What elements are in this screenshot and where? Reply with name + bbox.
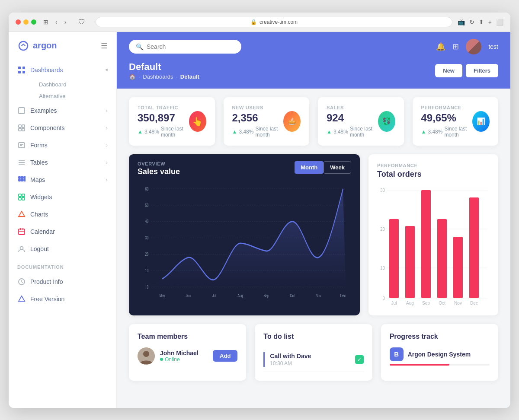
minimize-dot[interactable] (23, 19, 29, 25)
chart-toggle: Month Week (295, 161, 351, 174)
refresh-icon[interactable]: ↻ (469, 19, 474, 25)
browser-chrome: ⊞ ‹ › 🛡 🔒 creative-tim.com 📺 ↻ ⬆ + ⬜ (9, 13, 510, 32)
windows-icon[interactable]: ⬜ (496, 19, 503, 25)
sidebar-item-logout[interactable]: Logout (9, 240, 116, 258)
month-toggle-button[interactable]: Month (295, 161, 324, 174)
sidebar-logo-area: argon ☰ (9, 32, 116, 60)
stat-icon-traffic: 👆 (189, 111, 206, 132)
browser-actions: 📺 ↻ ⬆ + ⬜ (458, 19, 503, 25)
svg-text:Aug: Aug (406, 301, 414, 305)
svg-rect-10 (19, 143, 25, 148)
browser-navigation: ⊞ ‹ › (42, 18, 68, 26)
chevron-right-icon: › (106, 160, 108, 165)
svg-rect-20 (24, 177, 26, 178)
svg-rect-18 (19, 179, 20, 181)
svg-text:0: 0 (382, 296, 385, 301)
close-dot[interactable] (16, 19, 21, 25)
orders-chart-title: Total orders (377, 170, 490, 179)
svg-rect-25 (22, 197, 25, 200)
sidebar-item-maps[interactable]: Maps › (9, 171, 116, 188)
sidebar-item-logout-label: Logout (30, 245, 49, 252)
notification-icon[interactable]: 🔔 (436, 42, 445, 51)
sidebar-item-examples[interactable]: Examples › (9, 102, 116, 119)
svg-rect-9 (22, 128, 25, 131)
svg-marker-33 (19, 296, 25, 301)
hamburger-icon[interactable]: ☰ (101, 41, 108, 51)
sidebar-sub-dashboard[interactable]: Dashboard (30, 79, 116, 90)
stat-value-performance: 49,65% (421, 112, 473, 124)
orders-bar-chart: 30 20 10 0 (377, 186, 490, 307)
chevron-right-icon: › (106, 125, 108, 130)
page-content: Default 🏠 - Dashboards - Default New Fil… (117, 61, 510, 408)
svg-point-77 (143, 351, 149, 357)
svg-rect-22 (19, 194, 21, 197)
svg-rect-68 (453, 237, 463, 298)
progress-bar-fill (390, 364, 450, 366)
new-tab-icon[interactable]: + (488, 19, 492, 25)
stat-label-sales: SALES (327, 105, 378, 110)
filters-button[interactable]: Filters (466, 64, 498, 77)
components-icon (17, 124, 26, 132)
sidebar-item-charts[interactable]: Charts (9, 206, 116, 223)
progress-bar-container (390, 364, 490, 366)
stat-value-traffic: 350,897 (138, 112, 189, 124)
logo: argon (17, 40, 57, 52)
forward-icon[interactable]: › (63, 18, 68, 26)
back-icon[interactable]: ‹ (54, 18, 59, 26)
sidebar-item-product-info[interactable]: Product Info (9, 273, 116, 290)
member-name: John Michael (160, 350, 208, 356)
week-toggle-button[interactable]: Week (324, 161, 351, 174)
todo-check-icon[interactable]: ✓ (355, 355, 364, 364)
lock-icon: 🔒 (250, 19, 257, 25)
svg-text:Oct: Oct (439, 301, 445, 305)
progress-track-card: Progress track B Argon Design System (381, 324, 498, 381)
sidebar-toggle-icon[interactable]: ⊞ (42, 18, 50, 26)
svg-text:Jun: Jun (186, 293, 191, 298)
breadcrumb-bar: Default 🏠 - Dashboards - Default New Fil… (117, 61, 510, 89)
maximize-dot[interactable] (31, 19, 36, 25)
new-button[interactable]: New (435, 64, 462, 77)
free-version-icon (17, 295, 26, 303)
svg-rect-27 (19, 229, 25, 235)
sidebar-item-free-version[interactable]: Free Version (9, 290, 116, 308)
share-icon[interactable]: ⬆ (479, 19, 484, 25)
breadcrumb-dashboards[interactable]: Dashboards (143, 73, 173, 80)
main-nav: Dashboards ▾ Dashboard Alternative Examp… (9, 60, 116, 259)
svg-rect-6 (19, 125, 21, 127)
svg-point-31 (20, 246, 23, 249)
sidebar-sub-alternative[interactable]: Alternative (30, 90, 116, 102)
avatar[interactable] (466, 39, 481, 54)
stat-trend-traffic: ▲ 3.48% Since last month (138, 126, 189, 138)
sales-line-chart: 60 50 40 30 20 10 0 (129, 181, 360, 310)
grid-icon[interactable]: ⊞ (452, 42, 459, 51)
team-card-title: Team members (138, 333, 237, 340)
progress-item-name: Argon Design System (408, 351, 471, 358)
sidebar-item-forms[interactable]: Forms › (9, 137, 116, 154)
sidebar-item-components[interactable]: Components › (9, 119, 116, 137)
examples-icon (17, 106, 26, 115)
breadcrumb: 🏠 - Dashboards - Default (129, 73, 199, 80)
search-input[interactable] (147, 43, 234, 50)
svg-rect-23 (22, 194, 25, 197)
sidebar-item-dashboards[interactable]: Dashboards ▾ (9, 61, 116, 79)
stats-row: TOTAL TRAFFIC 350,897 ▲ 3.48% Since last… (117, 89, 510, 146)
sidebar-item-widgets[interactable]: Widgets (9, 188, 116, 206)
url-bar[interactable]: 🔒 creative-tim.com (96, 17, 452, 27)
svg-text:20: 20 (145, 251, 149, 257)
sidebar-item-tables-label: Tables (30, 159, 48, 166)
svg-rect-69 (469, 197, 479, 298)
svg-rect-2 (22, 67, 25, 69)
svg-text:20: 20 (380, 227, 385, 232)
app-container: argon ☰ Dashboards ▾ Dashboard Alternati… (9, 32, 510, 408)
sidebar-item-calendar[interactable]: Calendar (9, 223, 116, 240)
tables-icon (17, 158, 26, 167)
svg-rect-19 (21, 179, 23, 181)
cast-icon[interactable]: 📺 (458, 19, 465, 25)
charts-row: OVERVIEW Sales value Month Week (117, 146, 510, 324)
search-bar[interactable]: 🔍 (129, 40, 241, 54)
doc-section-label: DOCUMENTATION (9, 259, 116, 271)
sales-chart-header: OVERVIEW Sales value Month Week (129, 154, 360, 181)
sidebar-item-tables[interactable]: Tables › (9, 154, 116, 171)
add-member-button[interactable]: Add (213, 350, 237, 362)
svg-text:30: 30 (145, 235, 149, 240)
